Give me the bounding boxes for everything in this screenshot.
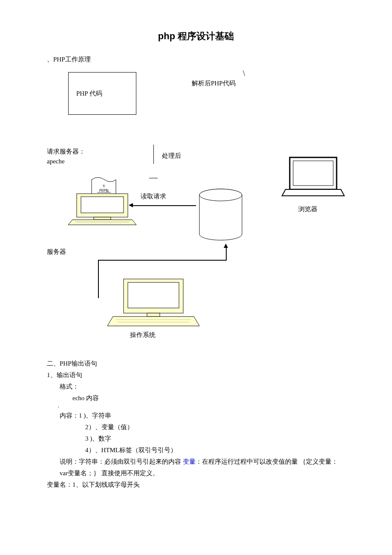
variable-term: 变量	[183, 458, 196, 465]
php-code-label: PHP 代码	[76, 90, 102, 98]
request-server-label: 请求服务器：apeche	[47, 147, 98, 166]
down-arrow: ↓	[47, 404, 345, 410]
backslash-char: \	[243, 68, 245, 79]
note-line: 说明：字符串：必须由双引号引起来的内容 变量：在程序运行过程中可以改变值的量 ｛…	[47, 456, 345, 479]
server-computer-icon	[64, 166, 141, 226]
workflow-diagram: \ PHP 代码 解析后PHP代码 请求服务器：apeche 处理后 读取请求 …	[47, 68, 345, 349]
format-label: 格式：	[47, 381, 345, 392]
processed-label: 处理后	[162, 151, 181, 161]
laptop-icon	[281, 153, 345, 204]
svg-rect-12	[128, 282, 179, 308]
section-2: 二、PHP输出语句 1、输出语句 格式： echo 内容 ↓ 内容：1 )、字符…	[47, 358, 345, 491]
svg-rect-13	[147, 313, 160, 317]
content-2: 2）、变量（值）	[47, 421, 345, 433]
section-1-heading: 、PHP工作原理	[47, 55, 345, 64]
content-4: 4）、HTML标签（双引号引号）	[47, 445, 345, 456]
svg-rect-3	[81, 197, 124, 213]
read-request-label: 读取请求	[141, 192, 166, 201]
browser-label: 浏览器	[298, 204, 317, 214]
page-title: php 程序设计基础	[47, 30, 345, 43]
server-label: 服务器	[47, 247, 66, 257]
svg-rect-10	[293, 161, 333, 186]
svg-rect-4	[94, 217, 111, 220]
php-code-box: PHP 代码	[68, 72, 136, 115]
varname-rule: 变量名：1、以下划线或字母开头	[47, 479, 345, 491]
item-1: 1、输出语句	[47, 369, 345, 381]
content-1: 内容：1 )、字符串	[47, 410, 345, 421]
os-computer-icon	[107, 277, 200, 332]
parsed-php-label: 解析后PHP代码	[192, 78, 236, 88]
database-icon	[196, 187, 247, 247]
echo-syntax: echo 内容	[47, 392, 345, 404]
content-3: 3 )、数字	[47, 433, 345, 445]
section-2-heading: 二、PHP输出语句	[47, 358, 345, 369]
svg-point-8	[199, 189, 242, 201]
note-prefix: 说明：字符串：必须由双引号引起来的内容	[60, 458, 183, 465]
